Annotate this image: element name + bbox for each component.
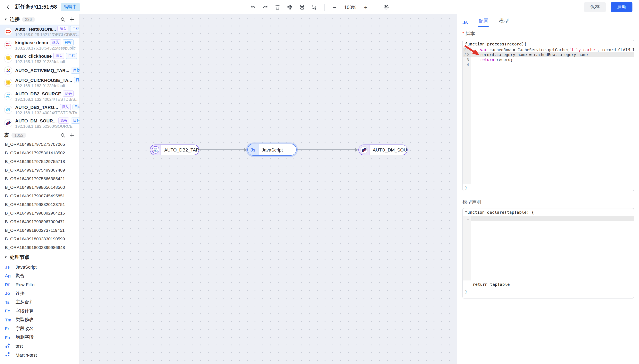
connection-name: AUTO_DB2_TARG... bbox=[15, 104, 58, 110]
table-list-item[interactable]: B_ORA1649918002737119451 bbox=[0, 226, 80, 234]
js-icon: Js bbox=[248, 144, 258, 155]
plus-icon[interactable] bbox=[69, 132, 75, 138]
search-icon[interactable] bbox=[60, 17, 66, 22]
model-code-editor[interactable]: function declare(tapTable) { 1 return ta… bbox=[462, 208, 634, 298]
plus-icon[interactable] bbox=[69, 17, 75, 22]
fit-view-icon[interactable] bbox=[286, 4, 293, 11]
tab-model[interactable]: 模型 bbox=[499, 18, 509, 27]
code-line[interactable]: var cachedRow = CacheService.getCache('l… bbox=[471, 48, 634, 52]
process-node-item[interactable]: JsJavaScript bbox=[0, 262, 80, 271]
connection-item[interactable]: AUTO_DM_SOUR...源头目标192.168.1.183:52360/S… bbox=[0, 116, 80, 130]
connection-item[interactable]: Auto_Test001Ora...源头目标192.168.0.28:15212… bbox=[0, 24, 80, 38]
js-node-icon: Js bbox=[5, 264, 12, 270]
table-list-item[interactable]: B_ORA1649917998656148560 bbox=[0, 183, 80, 192]
kingbase-icon: KINGBASE bbox=[4, 41, 12, 49]
editor-code-area[interactable] bbox=[471, 216, 634, 280]
code-header: function declare(tapTable) { bbox=[463, 208, 634, 216]
gutter-line-number: i1 bbox=[463, 48, 471, 52]
model-declare-label: 模型声明 bbox=[462, 199, 634, 205]
table-list-item[interactable]: B_ORA1649917998745495851 bbox=[0, 192, 80, 200]
flow-node-dm-source[interactable]: AUTO_DM_SOUR... bbox=[358, 144, 408, 155]
code-line[interactable]: record.category_name = cachedRow.categor… bbox=[471, 52, 634, 57]
node-label: JavaScript bbox=[258, 147, 283, 152]
activemq-icon bbox=[4, 66, 12, 74]
table-list-item[interactable]: B_ORA1649917975429755718 bbox=[0, 157, 80, 166]
panel-tabs: Js 配置 模型 bbox=[462, 14, 634, 26]
back-chevron-icon[interactable] bbox=[6, 4, 11, 10]
process-node-item[interactable]: Fa增删字段 bbox=[0, 333, 80, 342]
chevron-down-icon[interactable]: ▼ bbox=[4, 256, 7, 259]
table-list-item[interactable]: B_ORA1649917998820123751 bbox=[0, 200, 80, 209]
flow-node-db2-target[interactable]: IBMDB2 AUTO_DB2_TARG... bbox=[150, 144, 199, 155]
code-line[interactable] bbox=[471, 62, 634, 67]
tab-config[interactable]: 配置 bbox=[479, 18, 488, 27]
table-list-item[interactable]: B_ORA1649917975566385421 bbox=[0, 174, 80, 183]
table-list-item[interactable]: B_ORA1649918002899986648 bbox=[0, 243, 80, 252]
status-badge: 编辑中 bbox=[61, 3, 80, 11]
save-button[interactable]: 保存 bbox=[584, 2, 606, 12]
connection-item[interactable]: mark_clickhouse源头目标192.168.1.183:9123/de… bbox=[0, 52, 80, 65]
canvas-toolbar: − 100% + bbox=[249, 0, 390, 14]
target-tag: 目标 bbox=[71, 67, 80, 74]
code-footer: } bbox=[463, 288, 634, 295]
flow-edge bbox=[199, 150, 244, 150]
gutter-line-number: 3 bbox=[463, 57, 471, 62]
undo-icon[interactable] bbox=[249, 4, 256, 11]
table-list-item[interactable]: B_ORA1649917975499807489 bbox=[0, 166, 80, 174]
redo-icon[interactable] bbox=[262, 4, 269, 11]
process-node-item[interactable]: Ts主从合并 bbox=[0, 298, 80, 306]
tables-label: 表 bbox=[4, 132, 9, 138]
connections-count: 236 bbox=[22, 17, 35, 22]
connection-item[interactable]: IBMDB2AUTO_DB2_SOURCE源头192.168.1.132:400… bbox=[0, 89, 80, 103]
table-list-item[interactable]: B_ORA1649917975361418502 bbox=[0, 149, 80, 157]
table-list-item[interactable]: B_ORA1649918002830190599 bbox=[0, 234, 80, 243]
process-node-item[interactable]: Fr字段改名 bbox=[0, 324, 80, 333]
code-line[interactable]: return record; bbox=[471, 57, 634, 62]
process-node-item[interactable]: Jo连接 bbox=[0, 289, 80, 298]
delete-icon[interactable] bbox=[274, 4, 281, 11]
top-bar: 新任务@11:51:58 编辑中 − 100% bbox=[0, 0, 639, 14]
flow-canvas[interactable]: IBMDB2 AUTO_DB2_TARG... Js JavaScript AU… bbox=[80, 14, 457, 364]
editor-gutter: i1i234 bbox=[463, 48, 471, 184]
process-node-label: 聚合 bbox=[16, 273, 25, 279]
connection-item[interactable]: AUTO_CLICKHOUSE_TA...目标192.168.1.183:912… bbox=[0, 76, 80, 89]
process-node-label: Row Filter bbox=[16, 282, 36, 287]
start-button[interactable]: 启动 bbox=[611, 2, 632, 12]
process-node-label: 连接 bbox=[16, 290, 25, 296]
target-tag: 目标 bbox=[66, 53, 77, 59]
editor-code-area[interactable]: var cachedRow = CacheService.getCache('l… bbox=[471, 48, 634, 184]
zoom-out-icon[interactable]: − bbox=[331, 4, 338, 10]
connection-item-body: kingbase-demo源头目标183.238.176.18:54322/te… bbox=[15, 39, 76, 50]
process-node-item[interactable]: RfRow Filter bbox=[0, 280, 80, 289]
chevron-down-icon[interactable]: ▼ bbox=[4, 18, 7, 21]
db2-icon: IBMDB2 bbox=[150, 145, 161, 155]
process-node-item[interactable]: Fc字段计算 bbox=[0, 306, 80, 315]
script-code-editor[interactable]: function process(record){ i1i234 var cac… bbox=[462, 40, 634, 191]
tm-node-icon: Tm bbox=[5, 317, 12, 322]
process-node-item[interactable]: Martin-test bbox=[0, 350, 80, 359]
target-tag: 目标 bbox=[72, 104, 80, 110]
connection-item[interactable]: IBMDB2AUTO_DB2_TARG...源头目标192.168.1.132:… bbox=[0, 103, 80, 116]
fr-node-icon: Fr bbox=[5, 326, 12, 331]
code-line[interactable] bbox=[471, 216, 634, 221]
table-list-item[interactable]: B_ORA1649917975273707065 bbox=[0, 140, 80, 149]
auto-layout-icon[interactable] bbox=[299, 4, 306, 11]
process-node-label: Martin-test bbox=[16, 352, 37, 358]
table-list-item[interactable]: B_ORA1649917998892904215 bbox=[0, 209, 80, 218]
flow-node-javascript[interactable]: Js JavaScript bbox=[247, 144, 297, 156]
table-list-item[interactable]: B_ORA1649917998967909471 bbox=[0, 218, 80, 226]
search-icon[interactable] bbox=[60, 132, 66, 138]
toolbar-divider bbox=[324, 4, 325, 10]
box-select-icon[interactable] bbox=[311, 4, 318, 11]
process-node-item[interactable]: test bbox=[0, 342, 80, 350]
connection-name: AUTO_CLICKHOUSE_TA... bbox=[15, 78, 72, 82]
process-node-label: 字段改名 bbox=[16, 326, 34, 332]
connection-item[interactable]: AUTO_ACTIVEMQ_TAR...目标 bbox=[0, 65, 80, 76]
gear-icon[interactable] bbox=[383, 4, 390, 11]
config-panel: Js 配置 模型 脚本 function process(record){ i1… bbox=[457, 14, 639, 364]
process-node-item[interactable]: Ag聚合 bbox=[0, 271, 80, 280]
zoom-in-icon[interactable]: + bbox=[362, 4, 369, 10]
process-node-item[interactable]: Tm类型修改 bbox=[0, 315, 80, 324]
gutter-line-number: 1 bbox=[463, 216, 471, 221]
connection-item[interactable]: KINGBASEkingbase-demo源头目标183.238.176.18:… bbox=[0, 38, 80, 52]
